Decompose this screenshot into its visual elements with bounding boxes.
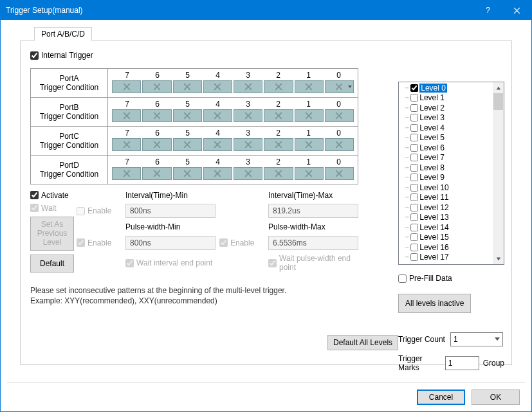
level-item[interactable]: ┈Level 10: [399, 183, 493, 193]
help-button[interactable]: ?: [473, 1, 502, 20]
level-item[interactable]: ┈Level 8: [399, 163, 493, 173]
level-item[interactable]: ┈Level 12: [399, 202, 493, 213]
bit-cell[interactable]: [234, 138, 262, 151]
level-checkbox[interactable]: [410, 253, 418, 261]
port-name: PortB: [59, 103, 78, 112]
pulse-max-value[interactable]: 6.5536ms: [268, 236, 358, 250]
bit-cell[interactable]: [112, 109, 141, 122]
bit-cell[interactable]: [142, 109, 171, 122]
scroll-up-icon[interactable]: [493, 82, 504, 93]
bit-cell[interactable]: [112, 138, 141, 151]
level-item[interactable]: ┈Level 2: [399, 103, 493, 113]
level-item[interactable]: ┈Level 7: [399, 153, 493, 163]
bit-cell[interactable]: [173, 138, 202, 151]
bit-cell[interactable]: [203, 80, 232, 93]
bit-cell[interactable]: [295, 138, 324, 151]
trigger-marks-input[interactable]: 1: [445, 356, 479, 370]
bit-cell[interactable]: [234, 80, 262, 93]
bit-header: 4: [203, 70, 233, 80]
level-checkbox[interactable]: [410, 184, 418, 192]
level-checkbox[interactable]: [410, 224, 418, 231]
ok-button[interactable]: OK: [472, 390, 520, 405]
bit-cell[interactable]: [264, 167, 293, 180]
level-checkbox[interactable]: [410, 104, 418, 112]
bit-cell[interactable]: [234, 167, 262, 180]
bit-cell[interactable]: [142, 167, 171, 180]
scroll-down-icon[interactable]: [493, 253, 504, 264]
level-item[interactable]: ┈Level 13: [399, 213, 493, 223]
bit-cell[interactable]: [295, 109, 324, 122]
level-checkbox[interactable]: [410, 174, 418, 181]
bit-cell[interactable]: [112, 80, 141, 93]
level-tree[interactable]: ┈Level 0┈Level 1┈Level 2┈Level 3┈Level 4…: [398, 82, 504, 265]
level-checkbox[interactable]: [410, 144, 418, 152]
interval-min-value[interactable]: 800ns: [125, 204, 216, 218]
interval-max-head: Interval(Time)-Max: [268, 191, 358, 200]
level-item[interactable]: ┈Level 1: [399, 93, 493, 103]
prefill-input[interactable]: [398, 274, 407, 283]
port-cond: Trigger Condition: [40, 141, 99, 150]
level-checkbox[interactable]: [410, 84, 418, 92]
bit-cell[interactable]: [173, 80, 202, 93]
bit-cell[interactable]: [325, 109, 354, 122]
all-levels-inactive-button[interactable]: All levels inactive: [398, 294, 471, 313]
bit-cell[interactable]: [325, 138, 354, 151]
default-all-levels-button[interactable]: Default All Levels: [327, 335, 398, 350]
level-checkbox[interactable]: [410, 124, 418, 132]
level-item[interactable]: ┈Level 11: [399, 193, 493, 203]
default-button[interactable]: Default: [30, 255, 74, 273]
bit-cell[interactable]: [264, 109, 293, 122]
close-button[interactable]: [502, 1, 531, 20]
activate-input[interactable]: [30, 191, 39, 199]
level-checkbox[interactable]: [410, 213, 418, 221]
level-item[interactable]: ┈Level 14: [399, 222, 493, 233]
bit-cell[interactable]: [295, 167, 324, 180]
level-checkbox[interactable]: [410, 134, 418, 141]
level-checkbox[interactable]: [410, 204, 418, 211]
level-item[interactable]: ┈Level 6: [399, 143, 493, 153]
level-checkbox[interactable]: [410, 94, 418, 102]
cancel-button[interactable]: Cancel: [417, 390, 465, 405]
level-item[interactable]: ┈Level 9: [399, 173, 493, 183]
level-checkbox[interactable]: [410, 154, 418, 161]
bit-cell[interactable]: [173, 109, 202, 122]
level-item[interactable]: ┈Level 3: [399, 113, 493, 123]
bit-cell[interactable]: [234, 109, 262, 122]
bit-cell[interactable]: [142, 138, 171, 151]
tab-port-abcd[interactable]: Port A/B/C/D: [34, 27, 92, 41]
level-checkbox[interactable]: [410, 164, 418, 172]
interval-max-value[interactable]: 819.2us: [268, 204, 358, 218]
level-item[interactable]: ┈Level 4: [399, 123, 493, 133]
level-item[interactable]: ┈Level 17: [399, 253, 493, 263]
scroll-thumb[interactable]: [493, 93, 503, 110]
bit-cell[interactable]: [203, 138, 232, 151]
internal-trigger-input[interactable]: [30, 51, 39, 60]
enable-label: Enable: [87, 206, 111, 215]
bit-cell[interactable]: [295, 80, 324, 93]
bit-cell[interactable]: [173, 167, 202, 180]
bit-cell[interactable]: [142, 80, 171, 93]
level-checkbox[interactable]: [410, 193, 418, 201]
pulse-min-value[interactable]: 800ns: [125, 236, 216, 250]
bit-cell[interactable]: [264, 80, 293, 93]
bit-cell[interactable]: [112, 167, 141, 180]
tree-scrollbar[interactable]: [493, 82, 504, 264]
level-checkbox[interactable]: [410, 114, 418, 121]
bit-cell[interactable]: [203, 167, 232, 180]
level-checkbox[interactable]: [410, 244, 418, 251]
level-item[interactable]: ┈Level 15: [399, 233, 493, 243]
activate-checkbox[interactable]: Activate: [30, 191, 74, 200]
trigger-count-select[interactable]: 1: [450, 332, 503, 346]
bit-cell[interactable]: [325, 80, 354, 93]
bit-cell[interactable]: [325, 167, 354, 180]
level-checkbox[interactable]: [410, 233, 418, 241]
bit-header: 5: [172, 70, 203, 80]
level-item[interactable]: ┈Level 0: [399, 83, 493, 93]
internal-trigger-checkbox[interactable]: Internal Trigger: [30, 51, 93, 60]
level-item[interactable]: ┈Level 16: [399, 242, 493, 253]
bit-cell[interactable]: [264, 138, 293, 151]
port-bit-grid: 76543210: [108, 69, 358, 97]
bit-cell[interactable]: [203, 109, 232, 122]
level-item[interactable]: ┈Level 5: [399, 133, 493, 143]
prefill-checkbox[interactable]: Pre-Fill Data: [398, 274, 452, 283]
